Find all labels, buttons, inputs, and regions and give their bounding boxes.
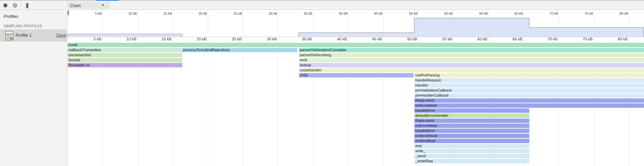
svg-text:%: % [9,36,13,40]
